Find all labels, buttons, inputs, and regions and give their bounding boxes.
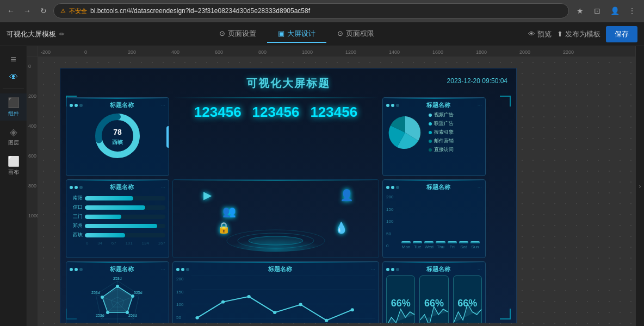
canvas-content[interactable]: 可视化大屏标题 2023-12-20 09:50:04 — [38, 57, 635, 326]
sidebar-item-components[interactable]: ⬛ 组件 — [0, 93, 27, 121]
panel-pie[interactable]: 标题名称 ··· — [382, 97, 486, 176]
tab-button[interactable]: ⊡ — [590, 3, 605, 18]
edit-icon[interactable]: ✏ — [59, 30, 65, 38]
central-svg — [221, 181, 330, 257]
hbar-city-1: 南阳 — [70, 195, 83, 202]
bar-1: Mon — [401, 241, 411, 249]
panel-pct[interactable]: 标题名称 ··· 66% — [382, 261, 486, 323]
nav-page-settings[interactable]: ⊙ 页面设置 — [208, 26, 267, 43]
hbar-track-2 — [85, 205, 165, 210]
svg-text:1800: 1800 — [476, 49, 487, 55]
panel-more-donut: ··· — [161, 102, 165, 108]
legend-item-5: 直接访问 — [429, 146, 454, 153]
nav-screen-design[interactable]: ▣ 大屏设计 — [267, 26, 326, 43]
panel-dots-line — [176, 268, 189, 271]
publish-button[interactable]: ⬆ 发布为模板 — [557, 29, 600, 39]
panel-more-line: ··· — [371, 266, 375, 272]
line-chart-area: Mon Tue Wed Thu Fri Sat Sun — [191, 275, 375, 323]
address-bar[interactable]: ⚠ 不安全 bi.bctools.cn/#/datascreendesign?i… — [53, 3, 569, 18]
svg-text:0: 0 — [28, 64, 31, 69]
dot3 — [79, 104, 83, 107]
resize-handle[interactable] — [166, 126, 169, 148]
dot1 — [70, 104, 73, 107]
radar-container: 253d 325d 253d 253d 253d — [70, 275, 165, 323]
preview-button[interactable]: 👁 预览 — [528, 29, 552, 39]
sidebar-menu-button[interactable]: ≡ — [5, 51, 22, 68]
forward-button[interactable]: → — [21, 4, 34, 17]
bar-4: Thu — [436, 241, 445, 249]
hbar-city-4: 郑州 — [70, 222, 83, 229]
nav-page-permissions[interactable]: ⊙ 页面权限 — [326, 26, 385, 43]
svg-point-54 — [273, 311, 276, 314]
panel-dots-pct — [386, 268, 399, 271]
browser-toolbar: ← → ↻ ⚠ 不安全 bi.bctools.cn/#/datascreende… — [0, 0, 644, 22]
collapse-icon: › — [639, 183, 641, 190]
panel-hbar[interactable]: 标题名称 ··· 南阳 — [66, 179, 169, 258]
svg-point-57 — [351, 308, 354, 311]
donut-container: 78 西峡 — [70, 111, 165, 162]
panel-stats[interactable]: 123456 123456 123456 — [172, 97, 379, 176]
bar-lbl-fri: Fri — [449, 244, 454, 249]
panel-title-pct: 标题名称 — [426, 265, 450, 273]
dot2 — [75, 104, 78, 107]
bookmark-button[interactable]: ★ — [572, 3, 587, 18]
donut-center: 78 西峡 — [112, 128, 123, 146]
panel-title-hbar: 标题名称 — [110, 183, 134, 191]
svg-text:600: 600 — [215, 49, 223, 55]
svg-point-56 — [325, 319, 328, 322]
pct-card-bg-3 — [454, 298, 481, 323]
profile-button[interactable]: 👤 — [607, 3, 622, 18]
sidebar-item-layers[interactable]: ◈ 图层 — [0, 123, 27, 150]
back-button[interactable]: ← — [4, 4, 17, 17]
panel-title-radar: 标题名称 — [110, 265, 134, 273]
svg-point-51 — [195, 316, 199, 319]
bar-7: Sun — [470, 241, 480, 249]
refresh-button[interactable]: ↻ — [37, 4, 50, 17]
panel-title-donut: 标题名称 — [110, 101, 134, 109]
pie-svg — [386, 114, 424, 152]
bar-chart-wrapper: 200 150 100 50 0 — [386, 193, 482, 249]
bar-lbl-sat: Sat — [460, 244, 467, 249]
eye-toggle[interactable]: 👁 — [7, 70, 20, 84]
save-button[interactable]: 保存 — [606, 26, 637, 42]
panel-line[interactable]: 标题名称 ··· 200 150 100 50 0 — [172, 261, 379, 323]
bar-fill-7 — [470, 241, 480, 243]
panel-dots-bar — [386, 186, 399, 189]
dot-r1 — [70, 268, 73, 271]
layers-label: 图层 — [8, 139, 19, 147]
panel-radar[interactable]: 标题名称 ··· — [66, 261, 169, 323]
hbar-track-3 — [85, 215, 165, 219]
right-sidebar[interactable]: › — [635, 46, 644, 326]
svg-text:253d: 253d — [96, 314, 104, 317]
hbar-item-1: 南阳 — [70, 195, 165, 202]
axis-0: 0 — [86, 241, 88, 246]
svg-point-39 — [106, 311, 109, 314]
panel-donut[interactable]: 标题名称 ··· — [66, 97, 169, 176]
page-permissions-icon: ⊙ — [337, 29, 343, 37]
bar-5: Fri — [448, 241, 457, 249]
ruler-top: -200 0 200 400 600 800 1000 1200 1400 16… — [38, 46, 635, 57]
hbar-city-3: 三门 — [70, 213, 83, 220]
dot-p1 — [386, 268, 389, 271]
legend-label-4: 邮件营销 — [434, 137, 454, 145]
float-icon-1: ▶ — [203, 189, 212, 202]
bar-chart-inner: Mon Tue Wed — [399, 193, 482, 249]
dot-l2 — [181, 268, 184, 271]
panel-bar[interactable]: 标题名称 ··· 200 150 100 50 0 — [382, 179, 486, 258]
stat-item-2: 123456 — [252, 104, 300, 121]
panel-central[interactable]: ▶ 👤 👥 🔒 💧 — [172, 179, 379, 258]
design-screen[interactable]: 可视化大屏标题 2023-12-20 09:50:04 — [60, 68, 517, 323]
bar-fill-3 — [424, 241, 434, 243]
svg-text:400: 400 — [28, 123, 36, 129]
menu-button[interactable]: ⋮ — [624, 3, 640, 18]
components-icon: ⬛ — [8, 97, 20, 109]
panel-dots-radar — [70, 268, 83, 271]
preview-label: 预览 — [537, 29, 552, 39]
panel-dots-pie — [386, 104, 399, 107]
pct-card-3: 66% — [453, 275, 482, 323]
canvas-with-ruler: 0 200 400 600 800 1000 — [27, 57, 635, 326]
svg-text:0: 0 — [84, 49, 87, 55]
svg-text:2200: 2200 — [563, 49, 574, 55]
corner-tr — [500, 96, 511, 106]
sidebar-item-canvas[interactable]: ⬜ 画布 — [0, 152, 27, 179]
